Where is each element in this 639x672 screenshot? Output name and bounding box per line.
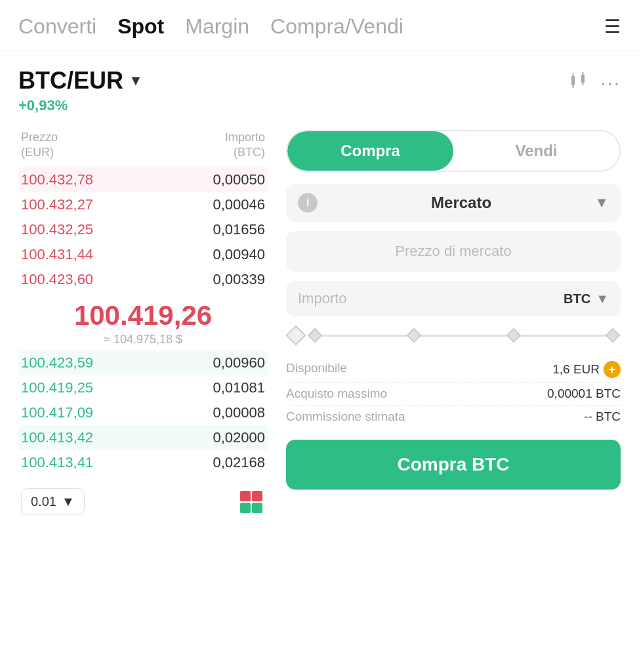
svg-rect-3 — [581, 75, 585, 83]
ob-precision-arrow: ▼ — [62, 494, 75, 509]
svg-rect-0 — [571, 76, 575, 85]
nav-spot[interactable]: Spot — [117, 14, 164, 39]
bid-row-5[interactable]: 100.413,41 0,02168 — [18, 450, 268, 475]
pair-title[interactable]: BTC/EUR ▼ — [18, 67, 143, 94]
disponibile-label: Disponibile — [286, 361, 347, 378]
nav-compravendi[interactable]: Compra/Vendi — [270, 14, 403, 39]
ob-view-icon — [237, 488, 265, 516]
bid-row-1[interactable]: 100.423,59 0,00960 — [18, 350, 268, 375]
hamburger-icon[interactable]: ☰ — [604, 16, 621, 37]
ask-row-3[interactable]: 100.432,25 0,01656 — [18, 217, 268, 242]
main-content: BTC/EUR ▼ +0,93% ··· — [0, 51, 639, 532]
pair-name: BTC/EUR — [18, 67, 123, 94]
acquisto-label: Acquisto massimo — [286, 387, 387, 401]
ob-mid: 100.419,26 ≈ 104.975,18 $ — [18, 292, 268, 350]
ask-price-5: 100.423,60 — [21, 271, 93, 288]
slider-track[interactable] — [310, 335, 618, 337]
ob-precision-value: 0.01 — [31, 494, 56, 509]
ask-price-1: 100.432,78 — [21, 171, 93, 188]
ask-amount-1: 0,00050 — [213, 171, 265, 188]
ob-amount-header: Importo(BTC) — [225, 130, 265, 161]
bid-row-4[interactable]: 100.413,42 0,02000 — [18, 425, 268, 450]
order-type-selector[interactable]: i Mercato ▼ — [286, 184, 621, 222]
bid-amount-2: 0,01081 — [213, 379, 265, 396]
acquisto-value: 0,00001 BTC — [547, 387, 621, 401]
slider-tick-3 — [506, 328, 521, 343]
tab-sell[interactable]: Vendi — [453, 131, 619, 171]
slider-tick-1 — [308, 328, 323, 343]
ob-mid-usd: ≈ 104.975,18 $ — [21, 333, 265, 346]
ask-row-5[interactable]: 100.423,60 0,00339 — [18, 267, 268, 292]
ob-view-toggle[interactable] — [237, 488, 265, 516]
price-input[interactable]: Prezzo di mercato — [286, 231, 621, 272]
order-book: Prezzo(EUR) Importo(BTC) 100.432,78 0,00… — [18, 130, 268, 516]
slider-handle[interactable] — [285, 325, 306, 345]
ask-row-1[interactable]: 100.432,78 0,00050 — [18, 167, 268, 192]
svg-rect-7 — [252, 491, 262, 501]
tab-buy[interactable]: Compra — [287, 131, 453, 171]
pair-header: BTC/EUR ▼ +0,93% ··· — [18, 67, 621, 114]
bid-price-4: 100.413,42 — [21, 429, 93, 446]
order-type-chevron: ▼ — [594, 194, 609, 211]
svg-rect-8 — [240, 503, 251, 513]
info-row-acquisto: Acquisto massimo 0,00001 BTC — [286, 383, 621, 406]
order-type-info-icon: i — [298, 193, 318, 213]
amount-currency: BTC — [564, 291, 590, 306]
ask-price-2: 100.432,27 — [21, 196, 93, 213]
slider-tick-4 — [606, 328, 621, 343]
slider-tick-2 — [407, 328, 422, 343]
commissione-label: Commissione stimata — [286, 410, 405, 424]
ask-amount-3: 0,01656 — [213, 221, 265, 238]
bid-row-3[interactable]: 100.417,09 0,00008 — [18, 400, 268, 425]
ob-header: Prezzo(EUR) Importo(BTC) — [18, 130, 268, 161]
disponibile-value: 1,6 EUR + — [552, 361, 621, 378]
nav-margin[interactable]: Margin — [185, 14, 249, 39]
bid-amount-3: 0,00008 — [213, 404, 265, 421]
chart-icon[interactable] — [567, 70, 588, 95]
pair-info: BTC/EUR ▼ +0,93% — [18, 67, 143, 114]
ob-precision-dropdown[interactable]: 0.01 ▼ — [21, 488, 85, 515]
bid-amount-5: 0,02168 — [213, 454, 265, 471]
info-row-disponibile: Disponibile 1,6 EUR + — [286, 357, 621, 383]
ask-amount-2: 0,00046 — [213, 196, 265, 213]
ob-price-header: Prezzo(EUR) — [21, 130, 225, 161]
bid-row-2[interactable]: 100.419,25 0,01081 — [18, 375, 268, 400]
order-type-label: Mercato — [328, 194, 594, 212]
bid-price-2: 100.419,25 — [21, 379, 93, 396]
svg-rect-6 — [240, 491, 251, 501]
header-icons: ··· — [567, 70, 621, 95]
add-funds-button[interactable]: + — [604, 361, 621, 378]
trade-info-table: Disponibile 1,6 EUR + Acquisto massimo 0… — [286, 357, 621, 428]
ask-row-4[interactable]: 100.431,44 0,00940 — [18, 242, 268, 267]
two-col-layout: Prezzo(EUR) Importo(BTC) 100.432,78 0,00… — [18, 130, 621, 516]
ask-amount-5: 0,00339 — [213, 271, 265, 288]
pair-dropdown-arrow[interactable]: ▼ — [129, 72, 143, 89]
bid-price-1: 100.423,59 — [21, 354, 93, 371]
amount-label: Importo — [298, 290, 564, 307]
bid-price-5: 100.413,41 — [21, 454, 93, 471]
bid-price-3: 100.417,09 — [21, 404, 93, 421]
ob-mid-price: 100.419,26 — [21, 300, 265, 331]
amount-slider[interactable] — [286, 328, 621, 343]
buy-sell-tabs: Compra Vendi — [286, 130, 621, 172]
commissione-value: -- BTC — [584, 410, 621, 424]
trade-panel: Compra Vendi i Mercato ▼ Prezzo di merca… — [286, 130, 621, 490]
bid-amount-4: 0,02000 — [213, 429, 265, 446]
amount-input-row[interactable]: Importo BTC ▼ — [286, 281, 621, 316]
ob-bottom: 0.01 ▼ — [18, 488, 268, 516]
bid-amount-1: 0,00960 — [213, 354, 265, 371]
pair-change: +0,93% — [18, 97, 143, 114]
buy-button[interactable]: Compra BTC — [286, 440, 621, 490]
ask-price-3: 100.432,25 — [21, 221, 93, 238]
ask-price-4: 100.431,44 — [21, 246, 93, 263]
info-row-commissione: Commissione stimata -- BTC — [286, 406, 621, 428]
svg-rect-9 — [252, 503, 262, 513]
more-icon[interactable]: ··· — [600, 72, 621, 94]
nav-converti[interactable]: Converti — [18, 14, 96, 39]
ask-amount-4: 0,00940 — [213, 246, 265, 263]
top-nav: Converti Spot Margin Compra/Vendi ☰ — [0, 0, 639, 51]
amount-currency-arrow: ▼ — [596, 291, 609, 306]
ask-row-2[interactable]: 100.432,27 0,00046 — [18, 192, 268, 217]
